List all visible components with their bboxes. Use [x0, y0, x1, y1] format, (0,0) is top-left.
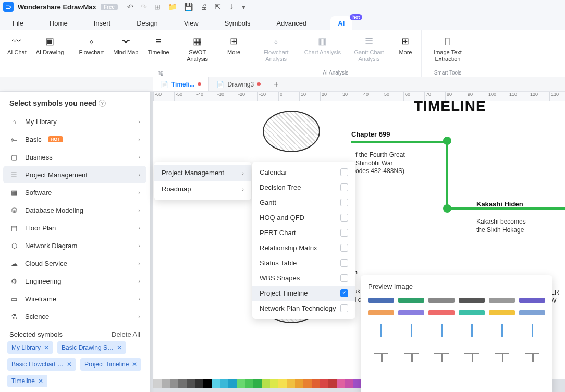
preview-swatch[interactable]	[428, 310, 455, 315]
chip[interactable]: Basic Drawing S…✕	[57, 341, 126, 354]
symbol-type-item[interactable]: Decision Tree	[252, 180, 355, 195]
chart-analysis-button[interactable]: ▥Chart Analysis	[301, 33, 344, 58]
symbol-type-item[interactable]: Calendar	[252, 165, 355, 180]
timeline-button[interactable]: ≡Timeline	[144, 33, 172, 58]
symbol-type-item[interactable]: Network Plan Technology	[252, 301, 355, 316]
menu-advanced[interactable]: Advanced	[274, 16, 309, 30]
category-basic[interactable]: 🏷BasicHOT›	[0, 130, 150, 148]
category-floor-plan[interactable]: ▤Floor Plan›	[0, 219, 150, 237]
palette-color[interactable]	[278, 379, 287, 388]
help-icon[interactable]: ?	[99, 100, 106, 107]
preview-shape[interactable]	[459, 323, 485, 338]
chip[interactable]: Timeline✕	[7, 375, 47, 387]
symbol-type-item[interactable]: Project Timeline	[252, 286, 355, 301]
preview-swatch[interactable]	[459, 310, 485, 315]
symbol-type-item[interactable]: Relationship Matrix	[252, 240, 355, 255]
qat-more-icon[interactable]: ▾	[242, 3, 245, 11]
doc-tab-1[interactable]: 📄 Timeli...	[153, 77, 209, 91]
menu-design[interactable]: Design	[134, 16, 159, 30]
category-wireframe[interactable]: ▭Wireframe›	[0, 290, 150, 308]
checkbox[interactable]	[340, 229, 348, 237]
preview-swatch[interactable]	[489, 298, 515, 303]
preview-swatch[interactable]	[459, 298, 485, 303]
more-analysis-button[interactable]: ⊞More	[394, 33, 417, 58]
preview-shape[interactable]	[428, 323, 455, 338]
checkbox[interactable]	[340, 168, 348, 176]
palette-color[interactable]	[287, 379, 295, 388]
preview-swatch[interactable]	[489, 310, 515, 315]
redo-icon[interactable]: ↷	[141, 3, 147, 11]
palette-color[interactable]	[295, 379, 303, 388]
share-icon[interactable]: ⤓	[228, 3, 235, 11]
menu-symbols[interactable]: Symbols	[223, 16, 253, 30]
close-icon[interactable]: ✕	[132, 361, 137, 368]
palette-color[interactable]	[337, 379, 345, 388]
palette-color[interactable]	[220, 379, 228, 388]
palette-color[interactable]	[345, 379, 353, 388]
category-project-management[interactable]: ☰Project Management›	[3, 166, 146, 183]
submenu-item[interactable]: Project Management›	[154, 165, 251, 181]
preview-swatch[interactable]	[368, 310, 394, 315]
new-tab-button[interactable]: +	[268, 77, 284, 91]
gantt-analysis-button[interactable]: ☰Gantt Chart Analysis	[347, 33, 391, 64]
palette-color[interactable]	[253, 379, 262, 388]
menu-view[interactable]: View	[182, 16, 201, 30]
checkbox[interactable]	[340, 183, 348, 191]
preview-swatch[interactable]	[428, 298, 455, 303]
mind-map-button[interactable]: ⫘Mind Map	[110, 33, 141, 58]
checkbox[interactable]	[340, 199, 348, 206]
undo-icon[interactable]: ↶	[127, 3, 133, 11]
preview-shape[interactable]	[489, 323, 515, 338]
checkbox[interactable]	[340, 244, 348, 252]
palette-color[interactable]	[228, 379, 237, 388]
menu-file[interactable]: File	[10, 16, 26, 30]
category-database-modeling[interactable]: ⛁Database Modeling›	[0, 201, 150, 219]
preview-shape[interactable]	[368, 323, 394, 338]
delete-all-button[interactable]: Delete All	[112, 330, 140, 338]
preview-shape[interactable]	[519, 323, 545, 338]
preview-shape[interactable]	[519, 346, 545, 361]
ai-chat-button[interactable]: 〰AI Chat	[4, 33, 30, 58]
flowchart-analysis-button[interactable]: ⬨Flowchart Analysis	[254, 33, 298, 64]
category-my-library[interactable]: ⌂My Library›	[0, 113, 150, 130]
menu-insert[interactable]: Insert	[92, 16, 113, 30]
category-business[interactable]: ▢Business›	[0, 148, 150, 166]
print-icon[interactable]: 🖨	[200, 3, 207, 11]
preview-shape[interactable]	[428, 346, 455, 361]
chip[interactable]: My Library✕	[7, 341, 53, 354]
palette-color[interactable]	[153, 379, 162, 388]
preview-swatch[interactable]	[368, 298, 394, 303]
preview-shape[interactable]	[459, 346, 485, 361]
menu-home[interactable]: Home	[47, 16, 70, 30]
open-icon[interactable]: 📁	[168, 3, 177, 11]
symbol-type-item[interactable]: HOQ and QFD	[252, 210, 355, 225]
palette-color[interactable]	[187, 379, 195, 388]
more-button[interactable]: ⊞More	[223, 33, 245, 58]
palette-color[interactable]	[328, 379, 337, 388]
palette-color[interactable]	[303, 379, 312, 388]
preview-shape[interactable]	[398, 323, 424, 338]
symbol-type-item[interactable]: WBS Shapes	[252, 271, 355, 286]
preview-shape[interactable]	[368, 346, 394, 361]
palette-color[interactable]	[245, 379, 253, 388]
palette-color[interactable]	[203, 379, 212, 388]
preview-shape[interactable]	[398, 346, 424, 361]
swot-button[interactable]: ▦SWOT Analysis	[176, 33, 219, 64]
checkbox[interactable]	[340, 304, 348, 312]
chip[interactable]: Basic Flowchart …✕	[7, 358, 76, 371]
menu-ai[interactable]: AI hot	[330, 16, 352, 30]
preview-swatch[interactable]	[398, 298, 424, 303]
palette-color[interactable]	[195, 379, 203, 388]
new-icon[interactable]: ⊞	[154, 3, 161, 11]
doc-tab-2[interactable]: 📄 Drawing3	[209, 77, 268, 91]
palette-color[interactable]	[162, 379, 170, 388]
palette-color[interactable]	[320, 379, 328, 388]
flowchart-button[interactable]: ⬨Flowchart	[76, 33, 107, 58]
ai-drawing-button[interactable]: ▣AI Drawing	[33, 33, 67, 58]
close-icon[interactable]: ✕	[44, 344, 49, 351]
save-icon[interactable]: 💾	[184, 3, 193, 11]
close-icon[interactable]: ✕	[38, 377, 43, 385]
palette-color[interactable]	[312, 379, 320, 388]
checkbox[interactable]	[340, 274, 348, 282]
close-icon[interactable]: ✕	[117, 344, 122, 351]
